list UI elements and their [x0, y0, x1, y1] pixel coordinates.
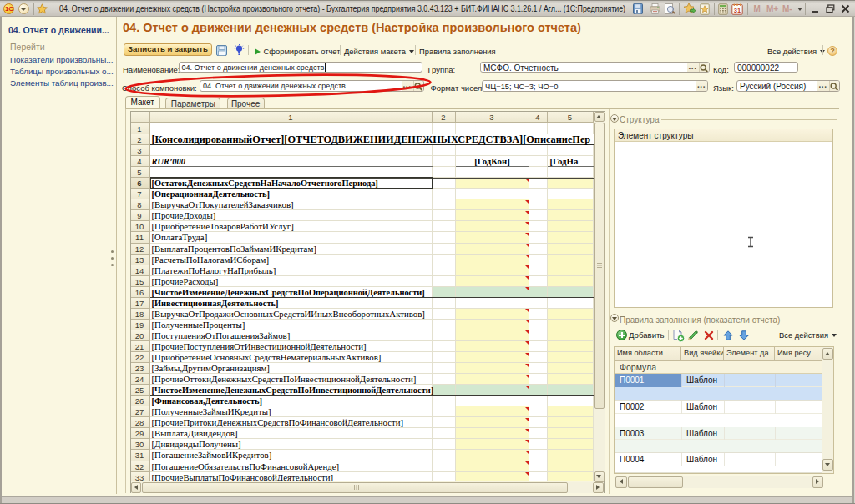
svg-text:31: 31 [733, 7, 740, 14]
